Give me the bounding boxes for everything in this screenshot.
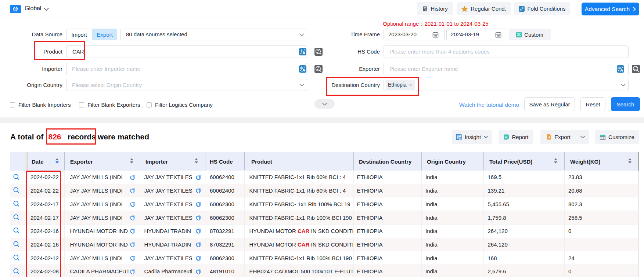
svg-text:BI: BI — [459, 138, 461, 140]
